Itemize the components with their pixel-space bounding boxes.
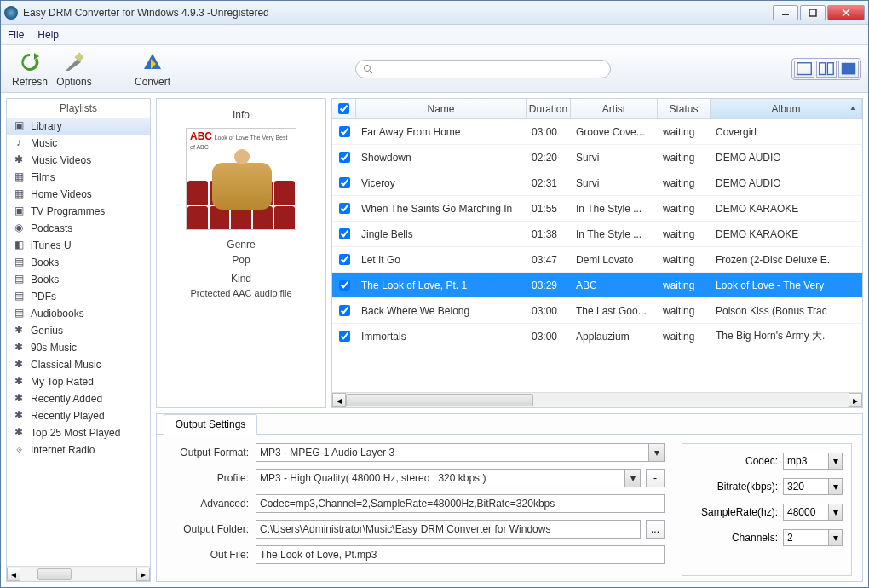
table-row[interactable]: When The Saints Go Marching In01:55In Th… (332, 196, 862, 222)
row-check[interactable] (339, 305, 350, 316)
info-heading: Info (233, 109, 250, 121)
view-buttons (791, 58, 861, 80)
col-name[interactable]: Name (356, 99, 527, 118)
sidebar-item[interactable]: ✱Recently Added (7, 390, 150, 407)
row-check[interactable] (339, 280, 350, 291)
sidebar-item[interactable]: ▤Books (7, 254, 150, 271)
col-artist[interactable]: Artist (571, 99, 658, 118)
sidebar-scrollbar[interactable]: ◂ ▸ (7, 566, 150, 581)
menu-help[interactable]: Help (37, 29, 59, 41)
scroll-right-icon[interactable]: ▸ (136, 568, 150, 581)
channels-select[interactable]: 2▾ (783, 529, 843, 546)
col-duration[interactable]: Duration (527, 99, 571, 118)
cell-album: DEMO AUDIO (711, 177, 862, 189)
col-status[interactable]: Status (658, 99, 711, 118)
row-check[interactable] (339, 228, 350, 239)
cover-title: ABC (190, 130, 212, 142)
kind-value: Protected AAC audio file (190, 288, 291, 298)
sidebar-item[interactable]: ✱Classical Music (7, 356, 150, 373)
bitrate-select[interactable]: 320▾ (783, 478, 843, 495)
sidebar-item[interactable]: ✱My Top Rated (7, 373, 150, 390)
view-list-button[interactable] (794, 61, 814, 78)
sidebar-item[interactable]: ▤Audiobooks (7, 305, 150, 322)
menu-file[interactable]: File (8, 29, 24, 41)
view-cover-button[interactable] (838, 61, 859, 78)
row-check[interactable] (339, 254, 350, 265)
sidebar-item[interactable]: ▦Home Videos (7, 186, 150, 203)
sidebar-item[interactable]: ▤Books (7, 271, 150, 288)
search-input[interactable] (355, 60, 611, 78)
cell-duration: 02:31 (527, 177, 571, 189)
sidebar-item[interactable]: ◉Podcasts (7, 220, 150, 237)
scroll-thumb[interactable] (37, 568, 72, 580)
titlebar[interactable]: Easy DRM Converter for Windows 4.9.3 -Un… (1, 1, 868, 25)
window-title: Easy DRM Converter for Windows 4.9.3 -Un… (23, 7, 773, 19)
sidebar-item[interactable]: ◧iTunes U (7, 237, 150, 254)
table-row[interactable]: The Look of Love, Pt. 103:29ABCwaitingLo… (332, 273, 862, 298)
cell-name: When The Saints Go Marching In (356, 203, 527, 215)
playlist-icon: ✱ (12, 426, 26, 440)
row-check[interactable] (339, 177, 350, 188)
cell-artist: In The Style ... (571, 203, 658, 215)
check-all[interactable] (338, 103, 349, 114)
table-row[interactable]: Let It Go03:47Demi LovatowaitingFrozen (… (332, 247, 862, 273)
sidebar-item[interactable]: ▦Films (7, 169, 150, 186)
playlist-icon: ▤ (12, 307, 26, 320)
search-icon (363, 64, 373, 74)
codec-select[interactable]: mp3▾ (783, 453, 843, 470)
scroll-thumb[interactable] (346, 394, 533, 406)
info-panel: Info ABC Look of Love The Very Best of A… (156, 98, 326, 408)
scroll-left-icon[interactable]: ◂ (7, 568, 20, 581)
output-settings-tab[interactable]: Output Settings (164, 414, 257, 435)
row-check[interactable] (339, 203, 350, 214)
channels-label: Channels: (691, 532, 778, 544)
sidebar-item[interactable]: ▤PDFs (7, 288, 150, 305)
convert-button[interactable]: Convert (130, 50, 175, 88)
table-row[interactable]: Back Where We Belong03:00The Last Goo...… (332, 298, 862, 324)
row-check[interactable] (339, 152, 350, 163)
cell-album: Poison Kiss (Bonus Trac (711, 305, 862, 317)
sidebar-item[interactable]: ♪Music (7, 135, 150, 152)
sidebar-item[interactable]: ▣TV Programmes (7, 203, 150, 220)
cell-album: Look of Love - The Very (711, 280, 862, 291)
table-row[interactable]: Showdown02:20SurviwaitingDEMO AUDIO (332, 145, 862, 170)
sidebar-item-label: Library (31, 120, 62, 132)
folder-input[interactable]: C:\Users\Administrator\Music\Easy DRM Co… (256, 520, 641, 539)
playlist-list[interactable]: ▣Library♪Music✱Music Videos▦Films▦Home V… (7, 118, 150, 566)
grid-scrollbar[interactable]: ◂ ▸ (332, 392, 862, 407)
format-select[interactable]: MP3 - MPEG-1 Audio Layer 3▾ (256, 443, 665, 462)
row-check[interactable] (339, 331, 350, 342)
col-album[interactable]: Album▲ (711, 99, 862, 118)
scroll-right-icon[interactable]: ▸ (849, 393, 862, 407)
minimize-button[interactable] (773, 5, 798, 20)
profile-dialog-button[interactable]: - (646, 469, 665, 487)
refresh-button[interactable]: Refresh (8, 50, 52, 88)
col-check[interactable] (332, 99, 356, 118)
view-grid-button[interactable] (816, 61, 837, 78)
close-button[interactable] (827, 5, 865, 20)
table-row[interactable]: Far Away From Home03:00Groove Cove...wai… (332, 119, 862, 145)
scroll-left-icon[interactable]: ◂ (332, 393, 346, 407)
chevron-down-icon: ▾ (624, 470, 640, 487)
sidebar-item[interactable]: ✱Genius (7, 322, 150, 339)
sidebar-item[interactable]: ⟐Internet Radio (7, 441, 150, 458)
sidebar-item[interactable]: ✱Recently Played (7, 407, 150, 424)
cell-name: The Look of Love, Pt. 1 (356, 280, 527, 291)
sidebar-item[interactable]: ✱90s Music (7, 339, 150, 356)
table-row[interactable]: Immortals03:00ApplauziumwaitingThe Big H… (332, 324, 862, 349)
browse-button[interactable]: ... (646, 520, 665, 539)
profile-select[interactable]: MP3 - High Quality( 48000 Hz, stereo , 3… (256, 469, 641, 487)
outfile-input[interactable]: The Look of Love, Pt.mp3 (256, 545, 665, 564)
kind-label: Kind (231, 273, 251, 285)
samplerate-select[interactable]: 48000▾ (783, 504, 843, 521)
sidebar-item-label: Internet Radio (31, 444, 95, 456)
sidebar-item[interactable]: ✱Top 25 Most Played (7, 424, 150, 441)
table-row[interactable]: Jingle Bells01:38In The Style ...waiting… (332, 222, 862, 247)
row-check[interactable] (339, 126, 350, 137)
table-row[interactable]: Viceroy02:31SurviwaitingDEMO AUDIO (332, 170, 862, 196)
maximize-button[interactable] (800, 5, 826, 20)
options-button[interactable]: Options (52, 50, 96, 88)
sidebar-item[interactable]: ✱Music Videos (7, 152, 150, 169)
advanced-input[interactable]: Codec=mp3,Channel=2,SampleRate=48000Hz,B… (256, 494, 665, 513)
sidebar-item[interactable]: ▣Library (7, 118, 150, 135)
